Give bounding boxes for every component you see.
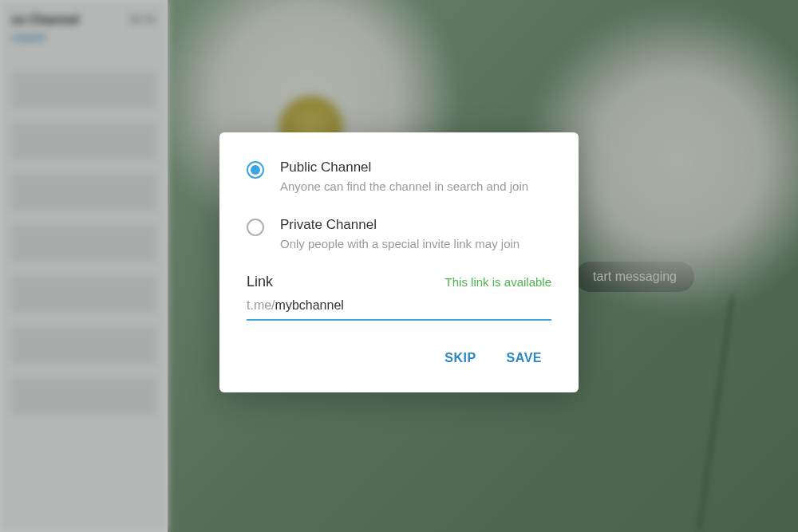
option-description: Only people with a special invite link m… [280,236,551,252]
link-prefix: t.me/ [247,298,275,313]
link-input[interactable] [275,298,551,313]
link-availability-status: This link is available [445,275,551,289]
save-button[interactable]: SAVE [504,345,545,372]
link-input-container[interactable]: t.me/ [247,298,551,321]
option-title: Public Channel [280,160,551,175]
channel-type-dialog: Public Channel Anyone can find the chann… [219,132,579,392]
radio-unselected-icon [247,219,264,236]
option-title: Private Channel [280,217,551,233]
link-label: Link [247,274,273,290]
private-channel-option[interactable]: Private Channel Only people with a speci… [247,217,551,252]
public-channel-option[interactable]: Public Channel Anyone can find the chann… [247,160,551,195]
skip-button[interactable]: SKIP [441,345,479,372]
radio-selected-icon [247,161,264,179]
option-description: Anyone can find the channel in search an… [280,179,551,195]
